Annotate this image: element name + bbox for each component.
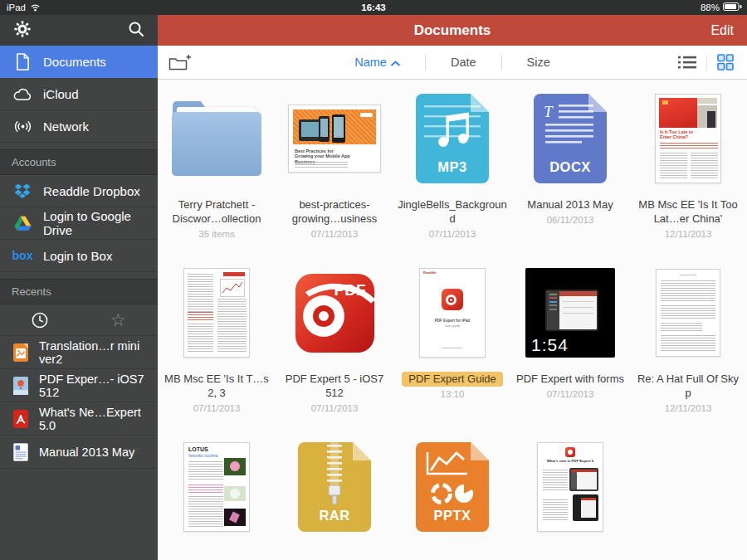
main-header: Documents Edit: [158, 15, 747, 46]
file-meta: 12/11/2013: [665, 403, 712, 413]
new-folder-button[interactable]: [168, 46, 192, 79]
file-cell-china-doc[interactable]: Is It Too Late to Enter China? MB Msc EE…: [629, 91, 747, 265]
file-cell-folder-terry-pratchett[interactable]: Terry Pratchett - Discwor…ollection 35 i…: [158, 91, 276, 265]
file-cell-pptx[interactable]: PPTX: [393, 440, 511, 560]
recent-item-label: Manual 2013 May: [39, 446, 134, 459]
file-grid: Terry Pratchett - Discwor…ollection 35 i…: [158, 80, 747, 560]
divider: [706, 55, 707, 71]
sidebar-item-label: Network: [43, 119, 89, 134]
thumb-subtitle-text: user guide: [420, 324, 485, 329]
sidebar-item-network[interactable]: Network: [0, 110, 158, 143]
file-cell-best-practices[interactable]: Best Practices for Growing your Mobile A…: [276, 91, 393, 265]
document-thumbnail: What's new in PDF Expert 5: [537, 442, 603, 532]
thumb-title-text: PDF Expert for iPad: [420, 319, 485, 323]
sidebar-item-documents[interactable]: Documents: [0, 46, 158, 78]
file-type-badge: RAR: [298, 508, 371, 523]
recent-item-pdf-expert-image[interactable]: PDF Exper…- iOS7 512: [0, 369, 158, 402]
sidebar-item-box[interactable]: box Login to Box: [0, 240, 158, 272]
file-cell-whats-new-doc[interactable]: What's new in PDF Expert 5: [511, 440, 629, 560]
sidebar-item-label: iCloud: [43, 87, 79, 101]
sidebar-item-label: Login to Box: [43, 249, 112, 263]
recent-item-translation[interactable]: Translation…r mini ver2: [0, 336, 158, 369]
settings-gear-icon[interactable]: [13, 20, 32, 41]
file-type-badge: DOCX: [534, 159, 607, 175]
recent-item-label: PDF Exper…- iOS7 512: [39, 373, 158, 399]
edit-button[interactable]: Edit: [710, 23, 747, 38]
document-thumbnail: [183, 268, 250, 358]
file-cell-jinglebells-mp3[interactable]: MP3 JingleBells_Background 07/11/2013: [393, 91, 511, 265]
sort-options: Name Date Size: [330, 55, 575, 71]
file-cell-mb-article[interactable]: MB Msc EE 'Is It T…s 2, 3 07/11/2013: [158, 265, 276, 440]
view-toggles: [675, 46, 737, 79]
page-title: Documents: [158, 22, 747, 39]
sidebar-item-icloud[interactable]: iCloud: [0, 78, 158, 110]
docx-file-icon: T DOCX: [534, 94, 607, 183]
recents-tab-clock[interactable]: [0, 304, 79, 335]
sidebar-header: [0, 15, 158, 46]
accounts-section-header: Accounts: [0, 149, 158, 175]
file-name: JingleBells_Background: [398, 198, 507, 226]
file-meta: 07/11/2013: [547, 389, 594, 399]
folder-thumbnail: [172, 101, 261, 176]
document-icon: [12, 53, 32, 71]
grid-view-button[interactable]: [714, 51, 737, 74]
recent-item-manual[interactable]: Manual 2013 May: [0, 436, 158, 469]
sort-by-date[interactable]: Date: [426, 56, 501, 69]
sidebar-item-label: Documents: [43, 55, 106, 69]
recents-section-header: Recents: [0, 279, 158, 304]
sort-by-size[interactable]: Size: [502, 56, 575, 69]
favorites-tab-star[interactable]: ☆: [79, 304, 158, 335]
adobe-pdf-icon: [12, 410, 29, 428]
pptx-file-icon: PPTX: [416, 442, 489, 532]
file-cell-manual-docx[interactable]: T DOCX Manual 2013 May 06/11/2013: [511, 91, 629, 265]
recent-item-label: Translation…r mini ver2: [39, 339, 158, 366]
sidebar-item-label: Readdle Dropbox: [43, 184, 140, 198]
file-cell-pdf-expert-video[interactable]: 1:54 PDF Expert with forms 07/11/2013: [511, 265, 629, 440]
file-name: MB Msc EE 'Is It T…s 2, 3: [162, 373, 271, 401]
document-thumbnail: Is It Too Late to Enter China?: [655, 94, 721, 183]
network-broadcast-icon: [12, 118, 32, 135]
file-meta: 35 items: [198, 229, 234, 239]
file-cell-rar-archive[interactable]: RAR: [276, 440, 393, 560]
cloud-icon: [12, 87, 32, 101]
document-thumbnail: Readdle PDF Expert for iPad user guide: [419, 268, 486, 358]
sort-by-name[interactable]: Name: [330, 56, 425, 69]
chevron-up-icon: [391, 56, 400, 69]
file-cell-pdf-expert-guide[interactable]: Readdle PDF Expert for iPad user guide P…: [393, 265, 511, 440]
status-bar: iPad 16:43 88%: [0, 0, 747, 15]
list-view-button[interactable]: [675, 52, 700, 72]
recents-tabs: ☆: [0, 304, 158, 336]
toolbar: Name Date Size: [158, 46, 747, 80]
google-drive-icon: [12, 216, 32, 231]
star-icon: ☆: [110, 311, 126, 329]
file-name: best-practices-growing…usiness: [280, 198, 389, 226]
image-file-icon: [12, 343, 29, 362]
box-logo-icon: box: [12, 249, 32, 262]
sort-date-label: Date: [451, 56, 476, 69]
document-thumbnail: LOTUS Nelumbo nucifera: [183, 442, 250, 532]
file-name: PDF Expert with forms: [516, 373, 624, 387]
file-type-badge: MP3: [416, 159, 489, 175]
file-meta: 13:10: [441, 389, 465, 399]
file-cell-lotus-doc[interactable]: LOTUS Nelumbo nucifera: [158, 440, 276, 560]
file-meta: 06/11/2013: [547, 215, 594, 225]
search-icon[interactable]: [128, 21, 144, 41]
video-duration: 1:54: [531, 335, 569, 355]
file-name-selected: PDF Expert Guide: [402, 373, 503, 387]
file-meta: 07/11/2013: [429, 229, 476, 239]
file-name: Manual 2013 May: [527, 198, 613, 212]
sidebar-item-readdle-dropbox[interactable]: Readdle Dropbox: [0, 175, 158, 207]
recent-item-label: What's Ne…Expert 5.0: [39, 406, 158, 432]
text-doc-icon: [12, 443, 29, 461]
file-cell-pdf-expert-app[interactable]: PDF PDF Expert 5 - iOS7 512 07/11/2013: [276, 265, 393, 440]
thumb-logo-text: Readdle: [423, 271, 437, 275]
video-thumbnail: 1:54: [525, 268, 615, 358]
file-type-badge: PPTX: [416, 508, 489, 523]
recent-item-whats-new[interactable]: What's Ne…Expert 5.0: [0, 402, 158, 436]
file-cell-hat-full-of-sky[interactable]: Re: A Hat Full Of Sky p 12/11/2013: [629, 265, 747, 440]
pdf-badge: PDF: [334, 281, 366, 299]
file-name: PDF Expert 5 - iOS7 512: [280, 373, 389, 401]
photo-thumbnail-icon: [12, 377, 29, 395]
sidebar-item-google-drive[interactable]: Login to Google Drive: [0, 207, 158, 240]
sidebar: Documents iCloud Network Accounts Readdl…: [0, 46, 158, 560]
